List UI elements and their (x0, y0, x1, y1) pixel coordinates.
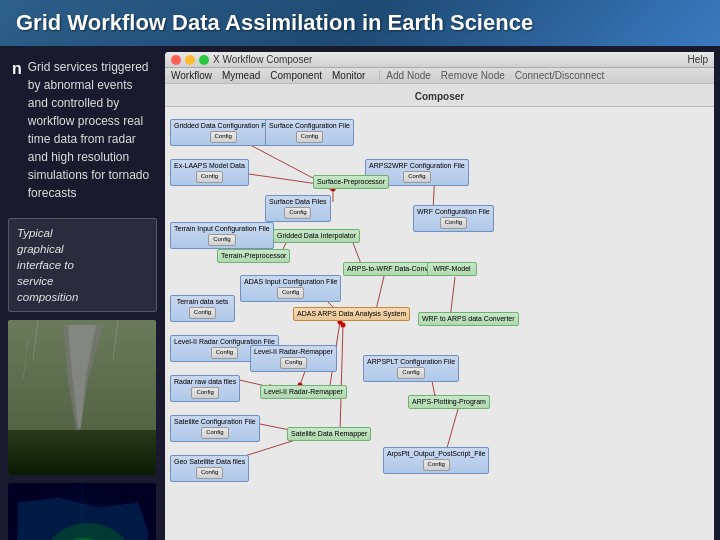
node-surface-preprocessor[interactable]: Surface-Preprocessor (313, 175, 389, 189)
node-config-btn-9[interactable]: Config (189, 307, 216, 318)
node-config-btn-13[interactable]: Config (191, 387, 218, 398)
node-terrain-input[interactable]: Terrain Input Configuration File Config (170, 222, 274, 249)
composer-menubar: Workflow Mymead Component Monitor Add No… (165, 68, 714, 84)
composer-header: X Workflow Composer Help (165, 52, 714, 68)
node-satellite-config[interactable]: Satellite Configuration File Config (170, 415, 260, 442)
svg-point-56 (341, 323, 346, 328)
node-config-btn-6[interactable]: Config (440, 217, 467, 228)
page-title: Grid Workflow Data Assimilation in Earth… (16, 10, 533, 36)
node-config-btn-5[interactable]: Config (284, 207, 311, 218)
page-container: Grid Workflow Data Assimilation in Earth… (0, 0, 720, 540)
label-box: Typical graphical interface to service c… (8, 218, 157, 312)
node-wrf-config[interactable]: WRF Configuration File Config (413, 205, 494, 232)
node-config-btn-1[interactable]: Config (210, 131, 237, 142)
bullet-marker: n (12, 60, 22, 202)
page-header: Grid Workflow Data Assimilation in Earth… (0, 0, 720, 46)
radar-svg: Radar Reflectivity (8, 483, 156, 540)
node-arpsplt-output[interactable]: ArpsPlt_Output_PostScript_File Config (383, 447, 489, 474)
node-config-btn-7[interactable]: Config (208, 234, 235, 245)
menu-mymead[interactable]: Mymead (222, 70, 260, 81)
left-panel: n Grid services triggered by abnormal ev… (0, 46, 165, 540)
node-satellite-remapper[interactable]: Satellite Data Remapper (287, 427, 371, 441)
node-gridded-interpolator[interactable]: Gridded Data Interpolator (273, 229, 360, 243)
content-area: n Grid services triggered by abnormal ev… (0, 46, 720, 540)
node-config-btn-8[interactable]: Config (277, 287, 304, 298)
node-gridded-data-config[interactable]: Gridded Data Configuration File Config (170, 119, 276, 146)
window-max-btn[interactable] (199, 55, 209, 65)
node-surface-config[interactable]: Surface Configuration File Config (265, 119, 354, 146)
toolbar-add[interactable]: Add Node (379, 70, 430, 81)
node-config-btn-3[interactable]: Config (196, 171, 223, 182)
svg-rect-1 (8, 430, 156, 475)
node-config-btn-10[interactable]: Config (211, 347, 238, 358)
node-wrf-arps-converter[interactable]: WRF to ARPS data Converter (418, 312, 519, 326)
label-line5: composition (17, 289, 148, 305)
node-config-btn-2[interactable]: Config (296, 131, 323, 142)
node-adas-input-config[interactable]: ADAS Input Configuration File Config (240, 275, 341, 302)
workflow-canvas[interactable]: Gridded Data Configuration File Config S… (165, 107, 714, 540)
node-config-btn-15[interactable]: Config (423, 459, 450, 470)
right-panel: X Workflow Composer Help Workflow Mymead… (165, 52, 714, 540)
composer-label-bar: Composer (165, 84, 714, 107)
node-radar-raw[interactable]: Radar raw data files Config (170, 375, 240, 402)
window-min-btn[interactable] (185, 55, 195, 65)
node-level2-remapper[interactable]: Level-II Radar-Remapper (260, 385, 347, 399)
window-title: X Workflow Composer (213, 54, 683, 65)
bullet-text: Grid services triggered by abnormal even… (28, 58, 153, 202)
bullet-section: n Grid services triggered by abnormal ev… (8, 54, 157, 206)
node-config-btn-14[interactable]: Config (201, 427, 228, 438)
node-terrain-preprocessor[interactable]: Terrain-Preprocessor (217, 249, 290, 263)
node-config-btn-12[interactable]: Config (397, 367, 424, 378)
menu-component[interactable]: Component (270, 70, 322, 81)
node-level2-remapper-config[interactable]: Level-II Radar-Remapper Config (250, 345, 337, 372)
node-surface-data[interactable]: Surface Data Files Config (265, 195, 331, 222)
label-line4: service (17, 273, 148, 289)
node-geo-satellite[interactable]: Geo Satellite Data files Config (170, 455, 249, 482)
node-adas-system[interactable]: ADAS ARPS Data Analysis System (293, 307, 410, 321)
svg-line-35 (340, 325, 343, 432)
label-line3: interface to (17, 257, 148, 273)
toolbar-remove[interactable]: Remove Node (441, 70, 505, 81)
node-config-btn-11[interactable]: Config (280, 357, 307, 368)
menu-monitor[interactable]: Monitor (332, 70, 365, 81)
node-exlaps[interactable]: Ex-LAAPS Model Data Config (170, 159, 249, 186)
window-close-btn[interactable] (171, 55, 181, 65)
help-button[interactable]: Help (687, 54, 708, 65)
node-wrf-model[interactable]: WRF-Model (427, 262, 477, 276)
node-config-btn-4[interactable]: Config (403, 171, 430, 182)
node-config-btn-16[interactable]: Config (196, 467, 223, 478)
node-arpsplt-config[interactable]: ARPSPLT Configuration File Config (363, 355, 459, 382)
node-arps-plotting[interactable]: ARPS-Plotting-Program (408, 395, 490, 409)
node-terrain-data-sets[interactable]: Terrain data sets Config (170, 295, 235, 322)
label-line1: Typical (17, 225, 148, 241)
radar-image: Radar Reflectivity (8, 483, 156, 540)
tornado-image (8, 320, 156, 475)
composer-label: Composer (415, 91, 464, 102)
tornado-svg (8, 320, 156, 475)
menu-workflow[interactable]: Workflow (171, 70, 212, 81)
toolbar-connect[interactable]: Connect/Disconnect (515, 70, 605, 81)
label-line2: graphical (17, 241, 148, 257)
